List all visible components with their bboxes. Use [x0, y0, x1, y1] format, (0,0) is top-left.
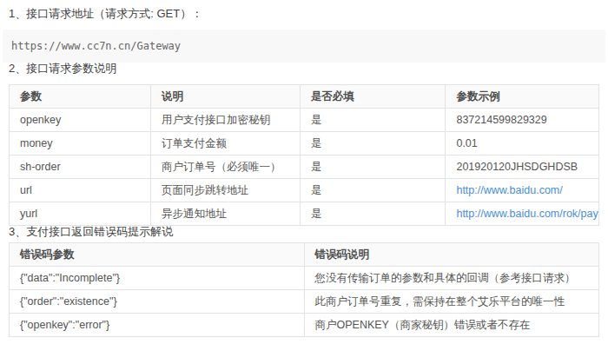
column-header: 错误码说明 — [304, 243, 599, 267]
table-cell: money — [10, 132, 151, 156]
table-row: {"data":"Incomplete"}您没有传输订单的参数和具体的回调（参考… — [10, 267, 599, 290]
table-cell: 商户OPENKEY（商家秘钥）错误或者不存在 — [304, 314, 599, 337]
error-codes-table: 错误码参数错误码说明{"data":"Incomplete"}您没有传输订单的参… — [9, 242, 599, 337]
table-cell: 此商户订单号重复，需保持在整个艾乐平台的唯一性 — [304, 290, 599, 314]
table-cell: 商户订单号（必须唯一） — [150, 156, 300, 179]
table-row: {"order":"existence"}此商户订单号重复，需保持在整个艾乐平台… — [10, 290, 599, 314]
table-cell: 异步通知地址 — [150, 202, 300, 226]
request-params-table: 参数说明是否必填参数示例openkey用户支付接口加密秘钥是8372145998… — [9, 84, 599, 226]
section3-heading: 3、支付接口返回错误码提示解说 — [9, 226, 599, 237]
table-cell: 订单支付金额 — [150, 132, 300, 156]
table-cell: yurl — [10, 202, 151, 226]
section2-heading: 2、接口请求参数说明 — [9, 63, 599, 74]
table-cell: 您没有传输订单的参数和具体的回调（参考接口请求） — [304, 267, 599, 290]
table-row: {"openkey":"error"}商户OPENKEY（商家秘钥）错误或者不存… — [10, 314, 599, 337]
column-header: 是否必填 — [300, 85, 446, 109]
table-cell: openkey — [10, 109, 151, 132]
table-cell: 是 — [300, 109, 446, 132]
gateway-url-code-block: https://www.cc7n.cn/Gateway — [3, 30, 605, 63]
table-row: url页面同步跳转地址是http://www.baidu.com/ — [10, 179, 599, 202]
table-cell: 0.01 — [446, 132, 599, 156]
table-cell: 837214599829329 — [446, 109, 599, 132]
url-link[interactable]: http://www.baidu.com/ — [456, 184, 562, 196]
table-row: sh-order商户订单号（必须唯一）是201920120JHSDGHDSB — [10, 156, 599, 179]
table-cell: url — [10, 179, 151, 202]
table-row: yurl异步通知地址是http://www.baidu.com/rok/pay — [10, 202, 599, 226]
table-cell: 是 — [300, 156, 446, 179]
column-header: 错误码参数 — [10, 243, 305, 267]
table-cell: {"order":"existence"} — [10, 290, 305, 314]
table-cell: sh-order — [10, 156, 151, 179]
table-cell: {"data":"Incomplete"} — [10, 267, 305, 290]
table-header-row: 参数说明是否必填参数示例 — [10, 85, 599, 109]
table-cell: 是 — [300, 132, 446, 156]
table-cell: {"openkey":"error"} — [10, 314, 305, 337]
url-link[interactable]: http://www.baidu.com/rok/pay — [456, 208, 598, 220]
column-header: 参数 — [10, 85, 151, 109]
table-cell: 是 — [300, 179, 446, 202]
table-header-row: 错误码参数错误码说明 — [10, 243, 599, 267]
table-cell: http://www.baidu.com/rok/pay — [446, 202, 599, 226]
section1-heading: 1、接口请求地址（请求方式: GET）： — [9, 0, 599, 19]
table-row: openkey用户支付接口加密秘钥是837214599829329 — [10, 109, 599, 132]
table-cell: 是 — [300, 202, 446, 226]
table-row: money订单支付金额是0.01 — [10, 132, 599, 156]
api-doc-page: 1、接口请求地址（请求方式: GET）： https://www.cc7n.cn… — [0, 0, 608, 337]
column-header: 参数示例 — [446, 85, 599, 109]
table-cell: http://www.baidu.com/ — [446, 179, 599, 202]
table-cell: 用户支付接口加密秘钥 — [150, 109, 300, 132]
table-cell: 页面同步跳转地址 — [150, 179, 300, 202]
table-cell: 201920120JHSDGHDSB — [446, 156, 599, 179]
column-header: 说明 — [150, 85, 300, 109]
